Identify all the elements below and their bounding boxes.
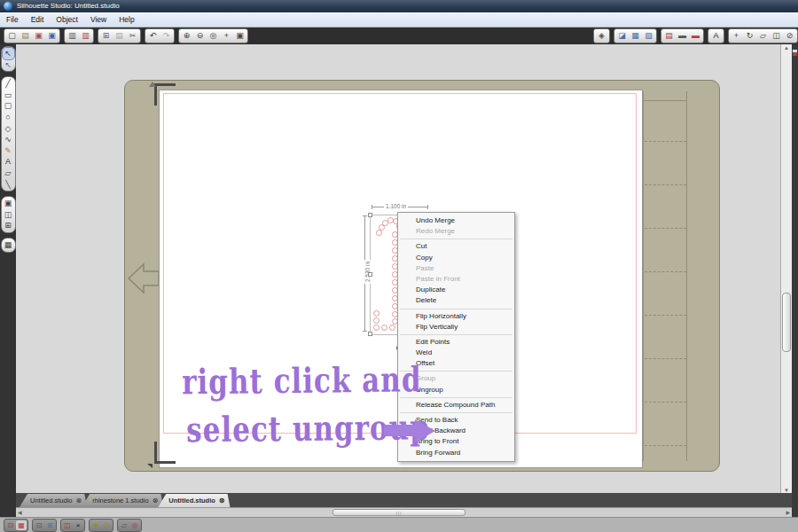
freehand-tool[interactable]: ✎ <box>3 145 14 157</box>
new-document-button[interactable]: ▢ <box>6 30 18 42</box>
undo-button[interactable]: ↶ <box>147 30 159 42</box>
context-menu-item-duplicate[interactable]: Duplicate <box>398 285 514 295</box>
menu-help[interactable]: Help <box>113 12 140 27</box>
edit-points-tool[interactable]: ↖ <box>3 59 14 71</box>
symbol-tool[interactable]: ⊞ <box>3 220 14 231</box>
eraser-tool[interactable]: ▱ <box>3 168 14 179</box>
mirror-delete-tools: ◫× <box>60 519 85 532</box>
zoom-selection-button[interactable]: ◎ <box>207 30 219 42</box>
fill-color-button[interactable]: ▤ <box>663 30 675 42</box>
zoom-out-button[interactable]: ⊖ <box>194 30 206 42</box>
context-menu-item-cut[interactable]: Cut <box>398 241 514 252</box>
delete-shape-button[interactable]: × <box>73 520 83 530</box>
menu-edit[interactable]: Edit <box>25 12 51 27</box>
toolbar-left-groups: ▢▤▣▣▥▥⊞▤✂↶↷⊕⊖◎+▣ <box>0 28 248 43</box>
tab-close-icon[interactable]: ⊗ <box>219 497 225 505</box>
select-tool[interactable]: ↖ <box>3 48 14 59</box>
copy-button[interactable]: ⊞ <box>100 30 112 42</box>
design-page-settings-button[interactable]: ◪ <box>616 30 628 42</box>
line-style-button[interactable]: ▬ <box>677 30 688 42</box>
context-menu-item-edit-points[interactable]: Edit Points <box>398 337 514 348</box>
lock-button[interactable]: ◈ <box>596 30 607 42</box>
open-file-button[interactable]: ▤ <box>20 30 31 42</box>
context-menu-item-send-to-back[interactable]: Send to Back <box>398 415 514 426</box>
shadow-tool[interactable]: ◫ <box>3 209 14 221</box>
ungroup-shapes-button[interactable]: ◇ <box>101 520 112 530</box>
text-tool[interactable]: A <box>3 156 14 168</box>
pan-button[interactable]: + <box>221 30 232 42</box>
scroll-up-arrow[interactable]: ▲ <box>781 45 792 51</box>
redo-button[interactable]: ↷ <box>160 30 172 42</box>
registration-marks-button[interactable]: ▦ <box>630 30 641 42</box>
copy-shape-button[interactable]: ⊡ <box>34 520 44 530</box>
menu-view[interactable]: View <box>84 12 113 27</box>
vertical-scrollbar[interactable]: ▲ ▼ <box>780 44 792 494</box>
send-to-silhouette-button[interactable]: ▥ <box>80 30 91 42</box>
document-tab-3[interactable]: Untitled.studio⊗ <box>158 494 230 507</box>
text-style-button[interactable]: A <box>710 30 722 42</box>
context-menu-item-flip-horizontally[interactable]: Flip Horizontally <box>398 311 514 322</box>
horizontal-scrollbar[interactable]: ◀ ||| ▶ <box>16 507 792 517</box>
context-menu-item-delete[interactable]: Delete <box>398 295 514 306</box>
line-color-button[interactable]: ▬ <box>690 30 701 42</box>
ellipse-tool[interactable]: ○ <box>3 112 14 123</box>
cut-button[interactable]: ✂ <box>127 30 138 42</box>
duplicate-shape-button[interactable]: ⊞ <box>44 520 55 530</box>
line-tool[interactable]: ╱ <box>3 78 14 90</box>
horizontal-scroll-thumb[interactable]: ||| <box>332 509 466 516</box>
document-tab-2[interactable]: rhinestone 1.studio⊗ <box>82 494 163 507</box>
context-menu-item-bring-forward[interactable]: Bring Forward <box>398 448 514 458</box>
curve-tool[interactable]: ∿ <box>3 134 14 145</box>
paste-button[interactable]: ▤ <box>113 30 125 42</box>
mat-strip-line <box>686 91 687 461</box>
select-dashed-button[interactable]: ⊡ <box>5 520 16 530</box>
context-menu-item-undo-merge[interactable]: Undo Merge <box>398 215 514 226</box>
context-menu-item-weld[interactable]: Weld <box>398 348 514 358</box>
page-tool[interactable]: ▣ <box>3 198 14 209</box>
select-solid-button[interactable]: ▦ <box>16 520 27 530</box>
context-menu-item-flip-vertically[interactable]: Flip Vertically <box>398 322 514 332</box>
context-menu-item-bring-to-front[interactable]: Bring to Front <box>398 436 514 447</box>
save-button[interactable]: ▣ <box>33 30 44 42</box>
transform-rotate-button[interactable]: ↻ <box>744 30 755 42</box>
selection-handle[interactable] <box>368 272 372 277</box>
print-button[interactable]: ▥ <box>66 30 78 42</box>
grid-settings-button[interactable]: ▨ <box>643 30 654 42</box>
selection-handle[interactable] <box>368 213 372 217</box>
scroll-right-arrow[interactable]: ▶ <box>786 508 790 517</box>
scroll-left-arrow[interactable]: ◀ <box>18 508 22 517</box>
transform-mirror-button[interactable]: ◫ <box>771 30 782 42</box>
mirror-shape-button[interactable]: ◫ <box>62 520 73 530</box>
tab-close-icon[interactable]: ⊗ <box>76 497 82 505</box>
panel-mini-icon[interactable] <box>793 50 797 56</box>
context-menu-item-send-backward[interactable]: Send Backward <box>398 426 514 436</box>
offset-shape-button[interactable]: ◎ <box>129 520 140 530</box>
context-menu-item-offset[interactable]: Offset <box>398 358 514 369</box>
rounded-rectangle-tool[interactable]: ▢ <box>3 100 14 112</box>
context-menu-item-ungroup[interactable]: Ungroup <box>398 385 514 395</box>
rectangle-tool[interactable]: ▭ <box>3 90 14 101</box>
selection-handle[interactable] <box>368 332 372 336</box>
context-menu-item-release-compound-path[interactable]: Release Compound Path <box>398 400 514 411</box>
object-align-button[interactable]: ⊘ <box>784 30 795 42</box>
group-shapes-button[interactable]: ◈ <box>90 520 101 530</box>
context-menu-item-copy[interactable]: Copy <box>398 253 514 263</box>
menu-object[interactable]: Object <box>50 12 84 27</box>
title-bar[interactable]: Silhouette Studio: Untitled.studio <box>0 0 798 12</box>
fit-to-window-button[interactable]: ▣ <box>234 30 246 42</box>
library-grid-tool[interactable]: ▦ <box>3 239 14 251</box>
document-tab-1[interactable]: Untitled.studio⊗ <box>20 494 87 507</box>
weld-shapes-button[interactable]: ▱ <box>119 520 129 530</box>
style-group: ▤▬▬ <box>661 28 704 43</box>
polygon-tool[interactable]: ◇ <box>3 123 14 135</box>
zoom-in-button[interactable]: ⊕ <box>181 30 192 42</box>
vertical-scroll-thumb[interactable] <box>782 293 791 352</box>
knife-tool[interactable]: ╲ <box>3 179 14 191</box>
tab-close-icon[interactable]: ⊗ <box>153 497 159 505</box>
mat-perforation-line <box>645 402 686 403</box>
document-tabs-bar: Untitled.studio⊗rhinestone 1.studio⊗Unti… <box>16 493 792 507</box>
menu-file[interactable]: File <box>0 12 25 27</box>
save-to-library-button[interactable]: ▣ <box>46 30 58 42</box>
transform-move-button[interactable]: + <box>731 30 742 42</box>
transform-scale-button[interactable]: ▱ <box>757 30 769 42</box>
